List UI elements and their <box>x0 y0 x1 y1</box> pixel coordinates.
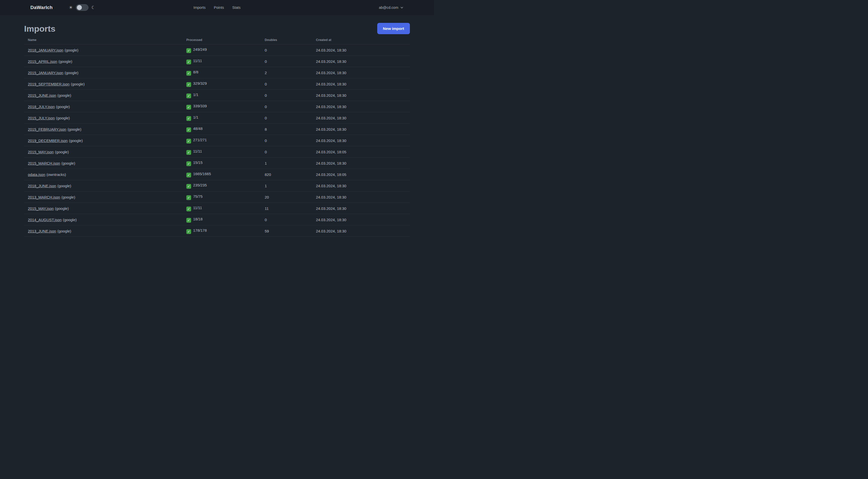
processed-cell: ✓1665/1665 <box>183 169 261 180</box>
table-row: 2015_FEBRUARY.json(google) ✓48/48 8 24.0… <box>24 124 410 135</box>
success-check-icon: ✓ <box>186 48 191 53</box>
import-file-link[interactable]: 2018_JULY.json <box>28 104 55 109</box>
name-cell: 2018_JULY.json(google) <box>24 101 183 112</box>
success-check-icon: ✓ <box>186 195 191 200</box>
processed-cell: ✓8/8 <box>183 67 261 79</box>
name-cell: 2015_MAY.json(google) <box>24 146 183 157</box>
import-source-label: (owntracks) <box>46 172 66 177</box>
processed-count: 11/11 <box>193 149 202 153</box>
import-file-link[interactable]: 2013_JUNE.json <box>28 229 56 233</box>
processed-cell: ✓18/18 <box>183 214 261 226</box>
processed-count: 18/18 <box>193 217 203 221</box>
name-cell: 2015_FEBRUARY.json(google) <box>24 124 183 135</box>
brand-logo[interactable]: DaWarIch <box>30 5 53 10</box>
import-source-label: (google) <box>58 184 71 188</box>
name-cell: 2015_JUNE.json(google) <box>24 90 183 101</box>
doubles-count: 0 <box>261 79 312 90</box>
user-menu[interactable]: ab@cd.com <box>379 5 404 9</box>
import-file-link[interactable]: 2018_JANUARY.json <box>28 48 63 52</box>
import-source-label: (google) <box>58 229 71 233</box>
import-source-label: (google) <box>61 161 75 166</box>
import-source-label: (google) <box>65 48 79 52</box>
success-check-icon: ✓ <box>186 218 191 223</box>
import-source-label: (google) <box>55 150 69 154</box>
processed-count: 75/75 <box>193 194 203 199</box>
processed-cell: ✓235/235 <box>183 180 261 191</box>
doubles-count: 0 <box>261 135 312 146</box>
import-file-link[interactable]: 2013_MARCH.json <box>28 195 60 199</box>
import-source-label: (google) <box>68 127 82 131</box>
success-check-icon: ✓ <box>186 173 191 177</box>
import-file-link[interactable]: 2015_JANUARY.json <box>28 70 63 75</box>
table-row: 2019_SEPTEMBER.json(google) ✓329/329 0 2… <box>24 79 410 90</box>
success-check-icon: ✓ <box>186 71 191 76</box>
import-file-link[interactable]: 2015_MAY.json <box>28 206 54 211</box>
created-at: 24.03.2024, 18:30 <box>312 180 410 191</box>
import-source-label: (google) <box>71 82 85 86</box>
user-email: ab@cd.com <box>379 5 398 9</box>
name-cell: 2019_SEPTEMBER.json(google) <box>24 79 183 90</box>
import-source-label: (google) <box>63 218 76 222</box>
import-file-link[interactable]: 2019_DECEMBER.json <box>28 139 68 143</box>
table-row: 2013_MARCH.json(google) ✓75/75 20 24.03.… <box>24 191 410 203</box>
new-import-button[interactable]: New import <box>377 23 410 34</box>
import-file-link[interactable]: 2015_MAY.json <box>28 150 54 154</box>
table-header-row: Name Processed Doubles Created at <box>24 37 410 44</box>
chevron-down-icon <box>400 6 404 9</box>
import-source-label: (google) <box>61 195 75 199</box>
processed-count: 8/8 <box>193 70 198 74</box>
name-cell: 2019_DECEMBER.json(google) <box>24 135 183 146</box>
theme-toggle-switch[interactable] <box>76 4 88 11</box>
name-cell: 2015_JANUARY.json(google) <box>24 67 183 79</box>
table-row: 2019_DECEMBER.json(google) ✓271/271 0 24… <box>24 135 410 146</box>
created-at: 24.03.2024, 18:30 <box>312 135 410 146</box>
processed-count: 11/11 <box>193 206 202 210</box>
theme-toggle[interactable]: ☀ ☾ <box>69 4 95 11</box>
created-at <box>312 237 410 240</box>
processed-cell: ✓1/1 <box>183 112 261 124</box>
import-file-link[interactable]: 2018_JUNE.json <box>28 184 56 188</box>
nav-link-stats[interactable]: Stats <box>232 5 241 9</box>
created-at: 24.03.2024, 18:30 <box>312 124 410 135</box>
processed-count: 235/235 <box>193 183 207 187</box>
processed-cell: ✓1/1 <box>183 90 261 101</box>
name-cell: 2018_JANUARY.json(google) <box>24 44 183 56</box>
import-file-link[interactable]: 2015_JUNE.json <box>28 93 56 97</box>
name-cell: 2015_MAY.json(google) <box>24 203 183 214</box>
doubles-count: 11 <box>261 203 312 214</box>
doubles-count: 0 <box>261 101 312 112</box>
import-file-link[interactable]: 2015_APRIL.json <box>28 59 57 64</box>
processed-count: 1665/1665 <box>193 172 211 176</box>
nav-link-points[interactable]: Points <box>214 5 224 9</box>
processed-cell: ✓249/249 <box>183 44 261 56</box>
processed-cell: ✓11/11 <box>183 203 261 214</box>
page-header: Imports New import <box>24 23 410 34</box>
doubles-count: 820 <box>261 169 312 180</box>
import-file-link[interactable]: odata.json <box>28 172 45 177</box>
table-row: ✓ <box>24 237 410 240</box>
table-row: 2015_MAY.json(google) ✓11/11 0 24.03.202… <box>24 146 410 157</box>
import-file-link[interactable]: 2019_SEPTEMBER.json <box>28 82 69 86</box>
doubles-count: 8 <box>261 124 312 135</box>
created-at: 24.03.2024, 18:30 <box>312 157 410 169</box>
name-cell: 2015_MARCH.json(google) <box>24 157 183 169</box>
name-cell: 2014_AUGUST.json(google) <box>24 214 183 226</box>
import-file-link[interactable]: 2015_FEBRUARY.json <box>28 127 66 131</box>
success-check-icon: ✓ <box>186 116 191 121</box>
name-cell <box>24 237 183 240</box>
page-title: Imports <box>24 24 56 34</box>
import-source-label: (google) <box>59 59 72 64</box>
processed-count: 15/15 <box>193 160 203 164</box>
table-row: 2018_JANUARY.json(google) ✓249/249 0 24.… <box>24 44 410 56</box>
import-file-link[interactable]: 2015_MARCH.json <box>28 161 60 166</box>
success-check-icon: ✓ <box>186 161 191 166</box>
table-row: 2014_AUGUST.json(google) ✓18/18 0 24.03.… <box>24 214 410 226</box>
processed-count: 1/1 <box>193 115 198 119</box>
import-file-link[interactable]: 2015_JULY.json <box>28 116 55 120</box>
import-file-link[interactable]: 2014_AUGUST.json <box>28 218 62 222</box>
main-content: Imports New import Name Processed Double… <box>0 23 434 239</box>
doubles-count: 0 <box>261 44 312 56</box>
doubles-count: 0 <box>261 56 312 67</box>
nav-link-imports[interactable]: Imports <box>193 5 206 9</box>
processed-cell: ✓178/178 <box>183 226 261 237</box>
